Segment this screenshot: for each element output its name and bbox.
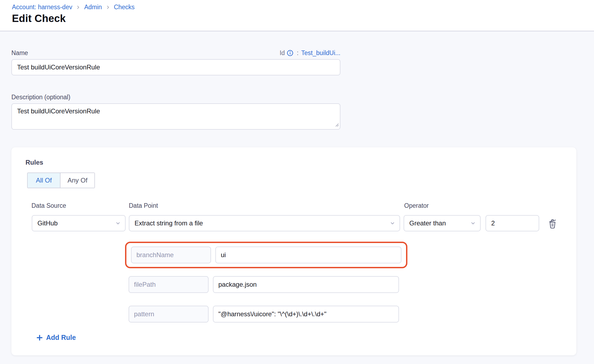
info-icon[interactable] [287, 50, 293, 56]
operator-select[interactable]: Greater than [404, 215, 481, 231]
add-rule-button[interactable]: Add Rule [36, 334, 76, 341]
resize-handle-icon[interactable] [335, 123, 339, 128]
param-row-branchname: branchName [131, 247, 401, 263]
id-value-link[interactable]: Test_buildUi... [301, 49, 340, 57]
operator-value: Greater than [409, 219, 446, 227]
breadcrumb-admin-link[interactable]: Admin [84, 3, 102, 11]
description-label: Description (optional) [11, 94, 70, 101]
param-input-branchname[interactable] [215, 247, 401, 263]
rules-label: Rules [25, 159, 43, 166]
data-point-label: Data Point [129, 202, 158, 209]
param-key-pattern: pattern [129, 306, 209, 323]
chevron-down-icon [470, 220, 476, 226]
param-row-pattern: pattern [129, 306, 399, 323]
param-key-filepath: filePath [129, 276, 209, 293]
page-header: Account: harness-dev Admin Checks Edit C… [0, 0, 594, 31]
trash-icon [547, 218, 558, 229]
edit-check-form: Name Id : Test_buildUi... Description (o… [0, 32, 594, 364]
param-input-pattern[interactable] [213, 306, 399, 323]
breadcrumb-account-link[interactable]: Account: harness-dev [12, 3, 72, 11]
highlight-annotation: branchName [125, 242, 407, 268]
chevron-down-icon [389, 220, 395, 226]
id-separator: : [297, 49, 298, 57]
add-rule-label: Add Rule [46, 334, 76, 341]
param-input-filepath[interactable] [213, 276, 399, 293]
description-textarea[interactable]: Test buildUiCoreVersionRule [11, 103, 340, 130]
data-point-select[interactable]: Extract string from a file [129, 215, 400, 231]
breadcrumb: Account: harness-dev Admin Checks [12, 3, 135, 11]
chevron-right-icon [76, 5, 81, 10]
description-field-block: Description (optional) Test buildUiCoreV… [11, 94, 340, 130]
data-source-label: Data Source [31, 202, 66, 209]
page-title: Edit Check [12, 13, 66, 24]
param-key-branchname: branchName [131, 247, 211, 263]
id-row: Id : Test_buildUi... [280, 49, 340, 57]
toggle-all-of[interactable]: All Of [28, 173, 60, 188]
chevron-right-icon [106, 5, 110, 10]
chevron-down-icon [115, 220, 121, 226]
data-source-value: GitHub [37, 219, 58, 227]
match-mode-toggle: All Of Any Of [27, 173, 95, 188]
breadcrumb-checks-link[interactable]: Checks [114, 3, 135, 11]
name-label: Name [11, 49, 28, 57]
rules-card: Rules All Of Any Of Data Source Data Poi… [11, 147, 576, 355]
data-source-select[interactable]: GitHub [32, 215, 126, 231]
toggle-any-of[interactable]: Any Of [60, 173, 94, 188]
operator-label: Operator [404, 202, 429, 209]
delete-rule-button[interactable] [546, 217, 559, 230]
name-input[interactable] [11, 59, 340, 75]
threshold-input[interactable] [486, 215, 539, 231]
name-field-block: Name Id : Test_buildUi... [11, 48, 340, 75]
id-label: Id [280, 49, 285, 57]
data-point-value: Extract string from a file [135, 219, 203, 227]
plus-icon [36, 334, 43, 341]
param-row-filepath: filePath [129, 276, 399, 293]
